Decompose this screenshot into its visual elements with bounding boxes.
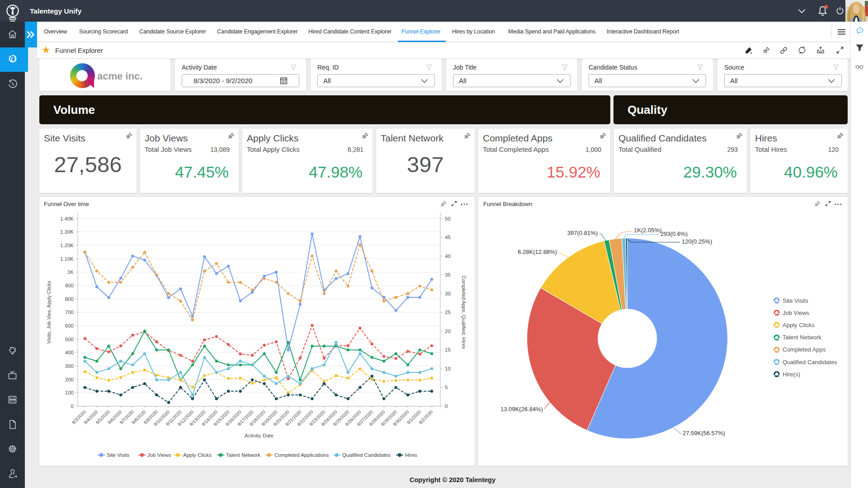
svg-text:Visits, Job Vies, Apply Clicks: Visits, Job Vies, Apply Clicks bbox=[46, 281, 52, 344]
svg-text:15: 15 bbox=[445, 347, 451, 352]
svg-text:1.20K: 1.20K bbox=[60, 243, 74, 248]
svg-text:Qualified Candidates: Qualified Candidates bbox=[783, 359, 837, 366]
svg-text:Activity Date: Activity Date bbox=[245, 433, 274, 438]
svg-text:397(0.81%): 397(0.81%) bbox=[567, 230, 598, 236]
svg-text:Job Views: Job Views bbox=[783, 310, 810, 316]
svg-text:35: 35 bbox=[445, 272, 451, 277]
svg-text:1K: 1K bbox=[67, 269, 74, 275]
svg-text:300: 300 bbox=[65, 363, 74, 369]
svg-text:45: 45 bbox=[445, 235, 451, 240]
svg-text:Apply Clicks: Apply Clicks bbox=[183, 452, 212, 458]
svg-text:50: 50 bbox=[445, 216, 451, 221]
svg-text:5: 5 bbox=[445, 385, 448, 390]
svg-text:600: 600 bbox=[65, 323, 74, 328]
svg-text:20: 20 bbox=[445, 328, 451, 334]
svg-text:Site Visits: Site Visits bbox=[107, 452, 130, 458]
svg-text:700: 700 bbox=[65, 310, 74, 315]
svg-text:27.59K(56.57%): 27.59K(56.57%) bbox=[683, 430, 725, 436]
svg-text:100: 100 bbox=[65, 390, 74, 395]
svg-text:10: 10 bbox=[445, 366, 451, 371]
svg-text:Apply Clicks: Apply Clicks bbox=[783, 322, 815, 328]
svg-text:900: 900 bbox=[65, 283, 74, 288]
svg-text:200: 200 bbox=[65, 377, 74, 382]
svg-text:Completed Apps: Completed Apps bbox=[783, 346, 826, 353]
svg-text:120(0.25%): 120(0.25%) bbox=[682, 238, 712, 245]
svg-text:13.09K(26.84%): 13.09K(26.84%) bbox=[500, 406, 543, 413]
svg-text:Talent Network: Talent Network bbox=[783, 334, 821, 341]
svg-text:400: 400 bbox=[65, 350, 74, 355]
svg-text:Site Visits: Site Visits bbox=[783, 297, 808, 304]
svg-text:293(0.6%): 293(0.6%) bbox=[660, 230, 688, 237]
svg-text:1.40K: 1.40K bbox=[60, 216, 74, 221]
svg-text:Job Views: Job Views bbox=[147, 452, 171, 458]
svg-text:1.10K: 1.10K bbox=[60, 256, 74, 262]
svg-text:0: 0 bbox=[445, 404, 448, 409]
svg-text:30: 30 bbox=[445, 291, 451, 296]
svg-text:6.28K(12.88%): 6.28K(12.88%) bbox=[518, 249, 557, 255]
svg-text:Qualified Candidates: Qualified Candidates bbox=[342, 452, 391, 458]
svg-text:25: 25 bbox=[445, 310, 451, 315]
svg-text:1K(2.05%): 1K(2.05%) bbox=[634, 227, 661, 234]
svg-text:1.30K: 1.30K bbox=[60, 229, 74, 235]
svg-text:Hires: Hires bbox=[405, 452, 417, 458]
svg-text:0: 0 bbox=[71, 404, 74, 409]
svg-text:Talent Network: Talent Network bbox=[226, 452, 260, 458]
svg-text:40: 40 bbox=[445, 253, 451, 259]
svg-text:Completed Apps, Qualified, Hir: Completed Apps, Qualified, Hires bbox=[461, 276, 467, 349]
svg-text:800: 800 bbox=[65, 296, 74, 302]
svg-text:500: 500 bbox=[65, 337, 74, 342]
svg-text:Completed Applications: Completed Applications bbox=[274, 452, 329, 458]
svg-text:Hire(s): Hire(s) bbox=[783, 371, 800, 378]
